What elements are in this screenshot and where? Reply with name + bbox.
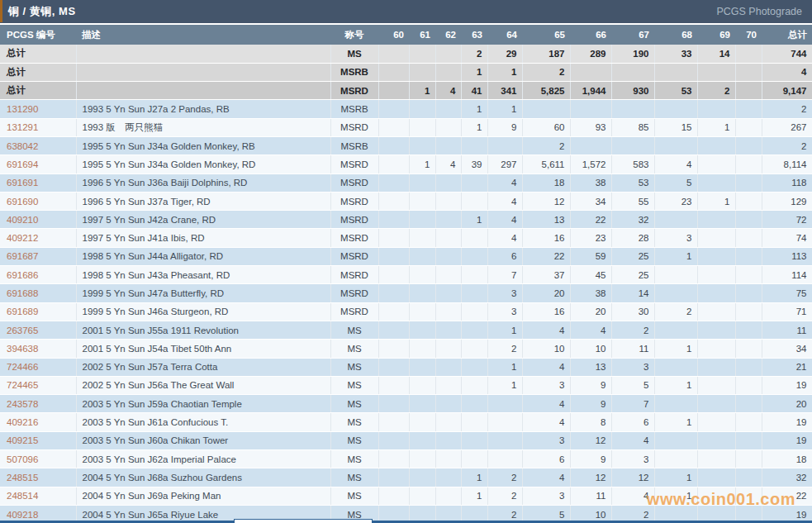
pcgs-number-link[interactable]: 724466	[0, 358, 76, 376]
column-header: 62	[435, 25, 461, 45]
grade-count	[461, 247, 487, 265]
grade-count: 7	[611, 395, 654, 413]
grade-count: 11	[611, 340, 654, 358]
grade-count: 55	[611, 192, 654, 210]
grade-count: 3	[522, 487, 570, 505]
designation: MS	[330, 358, 378, 376]
pcgs-number-link[interactable]: 131291	[0, 118, 76, 136]
grade-count	[697, 284, 735, 302]
grade-count	[435, 468, 461, 487]
grade-count: 23	[654, 192, 697, 210]
grade-count	[378, 468, 409, 487]
designation: MSRB	[330, 136, 378, 155]
grade-count	[461, 284, 487, 302]
grade-count	[435, 284, 461, 302]
pcgs-number-link[interactable]: 691688	[0, 284, 76, 302]
coin-description: 2002 5 Yn Sun J56a The Great Wall	[76, 376, 330, 394]
grade-count	[735, 487, 762, 505]
grade-count	[409, 45, 435, 63]
grade-count: 12	[570, 431, 611, 449]
grade-count	[378, 192, 409, 210]
population-table: PCGS 编号描述称号6061626364656667686970总计 总计MS…	[0, 25, 812, 523]
grade-count	[654, 211, 697, 229]
grade-count: 9	[570, 395, 611, 413]
grade-count: 41	[461, 82, 487, 100]
photograde-link[interactable]: PCGS Photograde	[716, 6, 802, 17]
pcgs-number-link[interactable]: 263765	[0, 321, 76, 339]
grade-count	[697, 340, 735, 358]
pcgs-number-link[interactable]: 691687	[0, 247, 76, 265]
table-row: 4092152003 5 Yn Sun J60a Chikan TowerMS3…	[0, 431, 812, 449]
grade-count: 39	[461, 155, 487, 174]
pcgs-number-link[interactable]: 248514	[0, 487, 76, 505]
section-header-bar: 铜 / 黄铜, MS PCGS Photograde	[0, 0, 812, 25]
grade-count: 4	[522, 413, 570, 431]
coin-description: 1995 5 Yn Sun J34a Golden Monkey, RD	[76, 155, 330, 174]
grade-count: 1	[461, 100, 487, 118]
grade-count: 2	[697, 82, 735, 100]
pcgs-number-link[interactable]: 394638	[0, 340, 76, 358]
grade-count: 297	[487, 155, 522, 174]
designation: MSRD	[330, 192, 378, 210]
designation: MS	[330, 487, 378, 505]
table-row: 6916861998 5 Yn Sun J43a Pheasant, RDMSR…	[0, 266, 812, 284]
grade-count: 1	[654, 413, 697, 431]
grade-count: 1,944	[570, 82, 611, 100]
pcgs-number-link[interactable]: 691689	[0, 302, 76, 321]
table-row: 2485142004 5 Yn Sun J69a Peking ManMS123…	[0, 487, 812, 505]
pcgs-number-link[interactable]: 691694	[0, 155, 76, 174]
grade-count: 25	[611, 247, 654, 265]
grade-count: 1	[461, 211, 487, 229]
pcgs-number-link[interactable]: 409210	[0, 211, 76, 229]
grade-count	[697, 174, 735, 192]
pcgs-number-link[interactable]: 638042	[0, 136, 76, 155]
grade-count: 12	[522, 192, 570, 210]
row-total-count: 32	[762, 468, 812, 487]
grade-count	[697, 63, 735, 81]
grade-count	[654, 136, 697, 155]
pcgs-number-link[interactable]: 691686	[0, 266, 76, 284]
grade-count	[409, 358, 435, 376]
pcgs-number-link[interactable]: 691691	[0, 174, 76, 192]
grade-count	[735, 431, 762, 449]
pcgs-number-link[interactable]: 409215	[0, 431, 76, 449]
row-total-count: 11	[762, 321, 812, 339]
grade-count	[409, 247, 435, 265]
grade-count: 4	[487, 229, 522, 247]
grade-count: 341	[487, 82, 522, 100]
grade-count: 1	[487, 358, 522, 376]
column-header: 63	[461, 25, 487, 45]
grade-count	[735, 174, 762, 192]
grade-count	[697, 266, 735, 284]
grade-count: 1,572	[570, 155, 611, 174]
row-total-count: 19	[762, 431, 812, 449]
grade-count	[697, 100, 735, 118]
pcgs-number-link[interactable]: 131290	[0, 100, 76, 118]
grade-count	[378, 340, 409, 358]
pcgs-number-link[interactable]: 409212	[0, 229, 76, 247]
grade-count: 22	[570, 211, 611, 229]
grade-count	[435, 118, 461, 136]
grade-count	[461, 376, 487, 394]
grade-count	[697, 247, 735, 265]
grade-count	[570, 100, 611, 118]
grade-count	[461, 321, 487, 339]
pcgs-number-link[interactable]: 691690	[0, 192, 76, 210]
grade-count	[378, 487, 409, 505]
designation: MS	[330, 395, 378, 413]
pcgs-number-link[interactable]: 507096	[0, 450, 76, 468]
grade-count: 8	[570, 413, 611, 431]
grade-count: 23	[570, 229, 611, 247]
grade-count: 12	[570, 468, 611, 487]
grade-count: 15	[654, 118, 697, 136]
designation: MS	[330, 45, 378, 63]
pcgs-number-link[interactable]: 409216	[0, 413, 76, 431]
pcgs-number-link[interactable]: 248515	[0, 468, 76, 487]
grade-count	[487, 136, 522, 155]
grade-count	[697, 302, 735, 321]
pcgs-number-link[interactable]: 724465	[0, 376, 76, 394]
grade-count	[735, 302, 762, 321]
coin-description: 1993 版 两只熊猫	[76, 118, 330, 136]
grade-count	[378, 266, 409, 284]
pcgs-number-link[interactable]: 243578	[0, 395, 76, 413]
